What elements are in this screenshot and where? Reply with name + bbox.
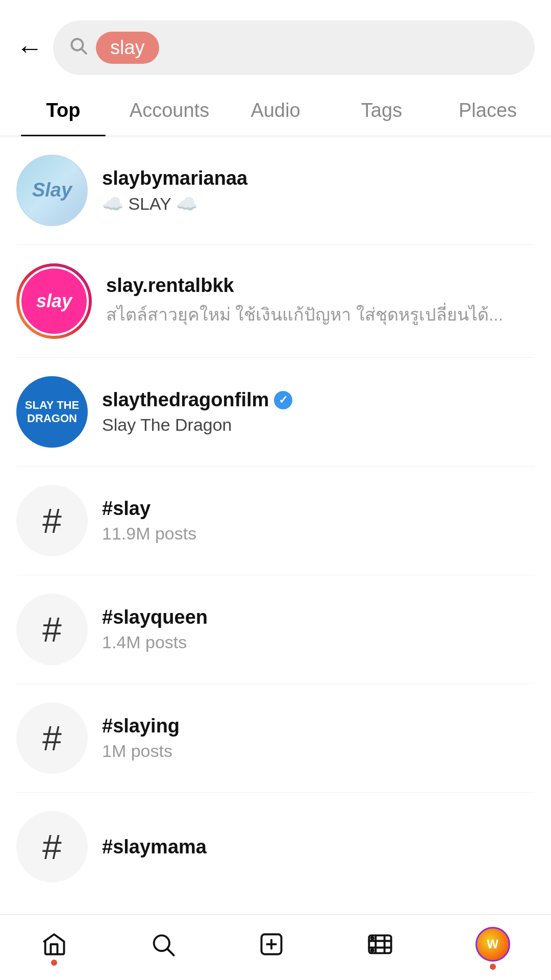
list-item[interactable]: slay slay.rentalbkk สไตล์สาวยุคใหม่ ใช้เ… — [16, 245, 535, 358]
hashtag-name: #slaying — [102, 715, 535, 737]
username: slay.rentalbkk — [106, 275, 535, 297]
nav-home[interactable] — [41, 931, 67, 958]
tab-accounts[interactable]: Accounts — [116, 85, 222, 136]
nav-profile[interactable]: W — [475, 927, 510, 962]
list-item[interactable]: # #slay 11.9M posts — [16, 467, 535, 575]
avatar: SLAY THEDRAGON — [16, 376, 88, 448]
result-info: #slay 11.9M posts — [102, 498, 535, 544]
list-item[interactable]: Slay slaybymarianaa ☁️ SLAY ☁️ — [16, 136, 535, 245]
svg-line-3 — [168, 949, 174, 955]
search-icon — [68, 36, 88, 60]
svg-point-8 — [371, 937, 373, 939]
nav-reels[interactable] — [367, 931, 393, 958]
hashtag-name: #slay — [102, 498, 535, 520]
list-item[interactable]: SLAY THEDRAGON slaythedragonfilm ✓ Slay … — [16, 358, 535, 467]
search-chip[interactable]: slay — [96, 32, 159, 64]
hash-icon: # — [42, 609, 62, 649]
hashtag-posts: 1.4M posts — [102, 632, 520, 652]
search-bar[interactable]: slay — [53, 20, 535, 75]
result-info: #slaying 1M posts — [102, 715, 535, 761]
back-button[interactable]: ← — [16, 33, 43, 63]
result-info: slaythedragonfilm ✓ Slay The Dragon — [102, 389, 535, 435]
tab-bar: Top Accounts Audio Tags Places — [0, 85, 551, 136]
results-list: Slay slaybymarianaa ☁️ SLAY ☁️ slay slay… — [0, 136, 551, 901]
avatar: # — [16, 594, 88, 665]
username: slaythedragonfilm ✓ — [102, 389, 535, 411]
hash-icon: # — [42, 718, 62, 758]
user-subtitle: สไตล์สาวยุคใหม่ ใช้เงินแก้ปัญหา ใส่ชุดหร… — [106, 301, 524, 328]
avatar: Slay — [16, 155, 88, 226]
nav-search[interactable] — [149, 931, 176, 958]
list-item[interactable]: # #slaymama — [16, 793, 535, 901]
result-info: slaybymarianaa ☁️ SLAY ☁️ — [102, 167, 535, 214]
result-info: #slaymama — [102, 836, 535, 858]
svg-point-9 — [371, 949, 373, 951]
profile-dot-indicator — [490, 964, 496, 970]
svg-rect-7 — [369, 936, 391, 953]
list-item[interactable]: # #slaying 1M posts — [16, 684, 535, 793]
nav-add[interactable] — [258, 931, 285, 958]
hash-icon: # — [42, 827, 62, 867]
tab-top[interactable]: Top — [10, 85, 116, 136]
user-subtitle: ☁️ SLAY ☁️ — [102, 193, 520, 214]
header: ← slay — [0, 0, 551, 85]
verified-badge: ✓ — [274, 391, 292, 409]
list-item[interactable]: # #slayqueen 1.4M posts — [16, 575, 535, 684]
tab-places[interactable]: Places — [435, 85, 541, 136]
svg-line-1 — [82, 49, 86, 54]
tab-tags[interactable]: Tags — [329, 85, 435, 136]
avatar: slay — [16, 263, 92, 339]
avatar: # — [16, 702, 88, 774]
username: slaybymarianaa — [102, 167, 535, 189]
avatar: # — [16, 811, 88, 883]
tab-audio[interactable]: Audio — [222, 85, 329, 136]
user-subtitle: Slay The Dragon — [102, 415, 520, 435]
hash-icon: # — [42, 501, 62, 541]
hashtag-name: #slayqueen — [102, 606, 535, 628]
profile-avatar: W — [475, 927, 510, 962]
result-info: slay.rentalbkk สไตล์สาวยุคใหม่ ใช้เงินแก… — [106, 275, 535, 328]
hashtag-posts: 11.9M posts — [102, 524, 520, 544]
hashtag-posts: 1M posts — [102, 741, 520, 761]
result-info: #slayqueen 1.4M posts — [102, 606, 535, 652]
hashtag-name: #slaymama — [102, 836, 535, 858]
bottom-navigation: W — [0, 914, 551, 980]
home-dot-indicator — [51, 960, 57, 966]
avatar: # — [16, 485, 88, 556]
